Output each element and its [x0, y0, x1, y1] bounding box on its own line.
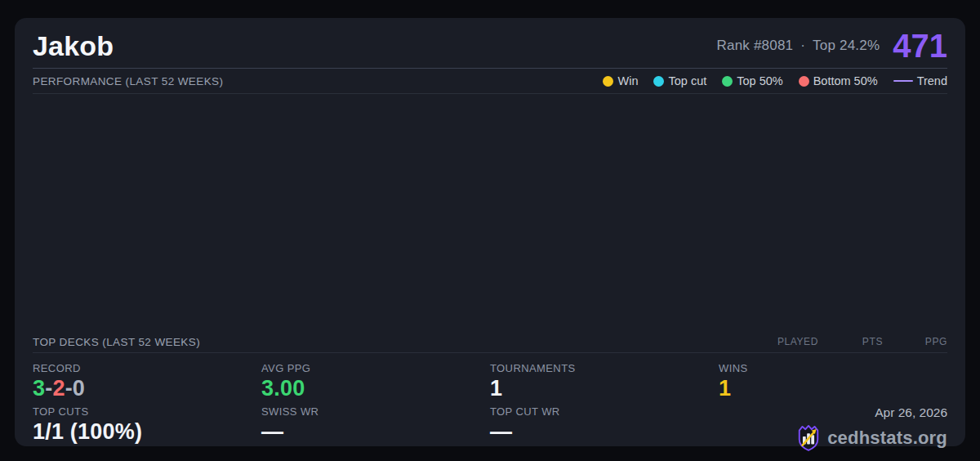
legend-label: Bottom 50% — [813, 74, 878, 87]
record-losses: 2 — [52, 376, 65, 401]
top-decks-section-title: TOP DECKS (LAST 52 WEEKS) — [33, 336, 200, 348]
wins-value: 1 — [719, 376, 947, 401]
legend-label: Win — [617, 74, 638, 87]
player-stats-card: Jakob Rank #8081 · Top 24.2% 471 PERFORM… — [15, 18, 965, 446]
legend-label: Trend — [917, 74, 947, 87]
card-footer: Apr 26, 2026 cedhstats.org — [719, 401, 947, 451]
cedhstats-shield-logo-icon — [796, 424, 821, 451]
top-cut-dot-icon — [653, 76, 664, 87]
score-value: 471 — [893, 29, 947, 62]
chart-legend: Win Top cut Top 50% Bottom 50% Trend — [603, 74, 947, 87]
stat-label: AVG PPG — [261, 362, 490, 375]
bottom-50-dot-icon — [799, 76, 809, 87]
stats-grid: RECORD 3-2-0 AVG PPG 3.00 TOURNAMENTS 1 … — [33, 357, 947, 451]
stat-label: TOURNAMENTS — [490, 362, 719, 375]
stat-label: WINS — [719, 362, 947, 375]
page-title: Jakob — [33, 29, 114, 62]
legend-item-bottom-50: Bottom 50% — [799, 74, 878, 87]
stat-tournaments: TOURNAMENTS 1 — [490, 357, 719, 401]
rank-text: Rank #8081 · Top 24.2% — [717, 38, 880, 54]
trend-line-icon — [893, 80, 913, 83]
column-header-pts: PTS — [818, 336, 883, 347]
top-cuts-value: 1/1 (100%) — [33, 419, 261, 445]
legend-item-trend: Trend — [893, 74, 947, 87]
swiss-wr-value: — — [261, 419, 490, 445]
top-cut-wr-value: — — [490, 419, 719, 445]
performance-chart — [33, 94, 947, 331]
column-header-played: PLAYED — [754, 336, 818, 347]
card-header: Jakob Rank #8081 · Top 24.2% 471 — [33, 18, 947, 69]
performance-section-title: PERFORMANCE (LAST 52 WEEKS) — [33, 75, 223, 87]
record-draws: 0 — [73, 376, 85, 401]
stat-top-cut-wr: TOP CUT WR — — [490, 401, 719, 451]
legend-item-top-cut: Top cut — [653, 74, 706, 87]
top-decks-column-headers: PLAYED PTS PPG — [754, 336, 947, 347]
top-50-dot-icon — [722, 76, 733, 87]
stat-avg-ppg: AVG PPG 3.00 — [261, 357, 490, 401]
record-separator: - — [65, 376, 73, 401]
avg-ppg-value: 3.00 — [261, 376, 490, 401]
legend-item-win: Win — [603, 74, 638, 87]
dot-separator: · — [800, 38, 805, 54]
stat-label: RECORD — [33, 362, 261, 375]
legend-label: Top 50% — [737, 74, 782, 87]
brand-name: cedhstats.org — [827, 427, 947, 449]
branding: cedhstats.org — [719, 424, 947, 451]
record-value: 3-2-0 — [33, 376, 261, 401]
stat-label: SWISS WR — [261, 405, 490, 418]
legend-item-top-50: Top 50% — [722, 74, 782, 87]
stat-swiss-wr: SWISS WR — — [261, 401, 490, 451]
stat-wins: WINS 1 — [719, 357, 947, 401]
performance-section-header: PERFORMANCE (LAST 52 WEEKS) Win Top cut … — [33, 69, 947, 94]
column-header-ppg: PPG — [883, 336, 947, 347]
win-dot-icon — [603, 76, 613, 87]
top-percent: Top 24.2% — [813, 38, 880, 54]
rank-number: Rank #8081 — [717, 38, 794, 54]
stat-top-cuts: TOP CUTS 1/1 (100%) — [33, 401, 261, 451]
record-wins: 3 — [33, 376, 45, 401]
tournaments-value: 1 — [490, 376, 719, 401]
date-label: Apr 26, 2026 — [719, 405, 947, 420]
legend-label: Top cut — [668, 74, 706, 87]
stat-record: RECORD 3-2-0 — [33, 357, 261, 401]
top-decks-section-header: TOP DECKS (LAST 52 WEEKS) PLAYED PTS PPG — [33, 331, 947, 353]
stat-label: TOP CUTS — [33, 405, 261, 418]
stat-label: TOP CUT WR — [490, 405, 719, 418]
